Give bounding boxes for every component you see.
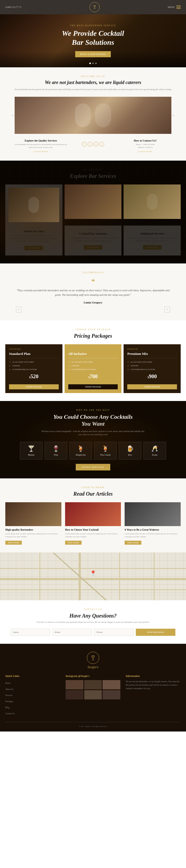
about-section: WELCOME TO US We are not just bartenders… bbox=[0, 67, 186, 161]
services-label: WE ARE BEST bbox=[5, 168, 181, 171]
site-header: 0-800-123-77 71 MENU bbox=[0, 0, 186, 14]
pricing-title: Pricing Packages bbox=[5, 333, 181, 339]
plan1-name: Standard Plan bbox=[9, 352, 59, 358]
instagram-photo-2[interactable] bbox=[84, 680, 102, 689]
instagram-photo-5[interactable] bbox=[84, 690, 102, 700]
about-next-button[interactable]: › bbox=[171, 113, 176, 118]
hero-cta-button[interactable]: BOOK A BARTENDER bbox=[75, 51, 110, 57]
check-icon: ✓ bbox=[127, 365, 129, 367]
footer-instagram-col: Instagram @Sergio's bbox=[65, 675, 121, 717]
footer-link-packages[interactable]: Packages bbox=[5, 700, 13, 703]
dot-1[interactable] bbox=[89, 63, 91, 64]
plan1-button[interactable]: ORDER PACKAGE bbox=[9, 384, 59, 389]
faq-title: Have Any Questions? bbox=[10, 613, 176, 619]
article3-button[interactable]: READ MORE bbox=[125, 541, 141, 545]
footer-logo: Sergio's bbox=[5, 652, 181, 669]
facebook-icon[interactable]: f bbox=[82, 142, 87, 147]
feature2-desc: Phone: +1-800-555-0100Address: 123 Bar S… bbox=[118, 143, 173, 149]
quote-icon: ❝ bbox=[16, 278, 170, 285]
article1-button[interactable]: READ MORE bbox=[5, 541, 22, 545]
faq-email-input[interactable] bbox=[52, 629, 92, 636]
dot-2[interactable] bbox=[92, 63, 94, 64]
service2-label: SERVICE TWO bbox=[68, 229, 118, 231]
footer-link-blog[interactable]: Blog bbox=[5, 706, 9, 709]
footer-link-contact[interactable]: Contact Us bbox=[5, 712, 15, 715]
testimonial-section: TESTIMONIALS ❝ "They certainly provided … bbox=[0, 264, 186, 320]
dot-3[interactable] bbox=[95, 63, 97, 64]
plan2-tier: MOST POPULAR bbox=[68, 348, 118, 350]
instagram-icon[interactable]: i bbox=[99, 142, 104, 147]
pricing-plan-3: PREMIUM Premium Mix ✓ AL ALCOHOL INCLUDE… bbox=[124, 344, 181, 393]
service1-button[interactable]: LEARN MORE bbox=[24, 246, 43, 250]
map-background: 📍 bbox=[0, 553, 186, 600]
instagram-grid bbox=[65, 680, 121, 700]
footer-logo-icon bbox=[87, 652, 99, 664]
instagram-photo-3[interactable] bbox=[103, 680, 121, 689]
header-menu[interactable]: MENU bbox=[168, 6, 181, 9]
google-icon[interactable]: g bbox=[94, 142, 98, 147]
plan3-feature-3: ✓ CUSTOMIZABLE & CUSTOM bbox=[127, 368, 177, 371]
feature2-title: How to Contact Us? bbox=[118, 139, 173, 142]
feature-text: 8 HOURS bbox=[130, 365, 138, 367]
plan2-price: $700 bbox=[68, 373, 118, 379]
hero-sublabel: THE BEST BARTENDER SERVICE bbox=[62, 24, 124, 27]
feature2-link[interactable]: LEARN MORE bbox=[118, 151, 173, 153]
map-section: 📍 bbox=[0, 553, 186, 600]
plan2-feature-2: ✓ 5 HOURS bbox=[68, 365, 118, 367]
about-prev-button[interactable]: ‹ bbox=[10, 113, 15, 118]
cocktails-items-grid: 🍸 Martini 🍷 Wine 🍹 Margheritta 🍹 Pina Co… bbox=[5, 442, 181, 460]
faq-submit-button[interactable]: SEND MESSAGE bbox=[136, 629, 176, 636]
check-icon: ✓ bbox=[9, 368, 11, 371]
faq-section: CONTACT US Have Any Questions? Feel free… bbox=[0, 600, 186, 644]
feature-text: CUSTOMIZABLE & CUSTOM bbox=[72, 368, 96, 371]
list-item: Contact Us bbox=[5, 711, 60, 715]
service-card-featured: SERVICE ONE Mobile Bar Hire Our team has… bbox=[5, 184, 62, 255]
twitter-icon[interactable]: t bbox=[88, 142, 92, 147]
service2-button[interactable]: LEARN MORE bbox=[84, 245, 102, 250]
plan2-button[interactable]: ORDER PACKAGE bbox=[68, 384, 118, 389]
plan2-feature-1: ✓ AL ALCOHOL INCLUDED bbox=[68, 361, 118, 363]
header-logo bbox=[89, 2, 100, 12]
article2-title: How to Choose Your Cocktail bbox=[65, 528, 121, 531]
testimonial-text: "They certainly provided the bartenders … bbox=[16, 288, 170, 297]
pricing-grid: STANDARD Standard Plan ✓ AL ALCOHOL INCL… bbox=[5, 344, 181, 393]
instagram-photo-6[interactable] bbox=[103, 690, 121, 700]
feature-text: CUSTOMIZABLE & CUSTOM bbox=[130, 368, 155, 371]
map-pin-icon: 📍 bbox=[90, 570, 97, 577]
svg-point-13 bbox=[92, 656, 94, 658]
testimonial-author: Linda Gregory bbox=[16, 301, 170, 304]
services-title: Explore Bar Services bbox=[5, 173, 181, 179]
hamburger-icon bbox=[177, 6, 181, 9]
pina-colada-label: Pina Colada bbox=[97, 454, 114, 456]
hero-title: We Provide Cocktail Bar Solutions bbox=[62, 29, 124, 46]
footer-link-services[interactable]: Services bbox=[5, 694, 12, 696]
plan3-price: $900 bbox=[127, 373, 177, 379]
instagram-photo-4[interactable] bbox=[65, 690, 83, 700]
plan1-feature-3: ✓ CUSTOMIZABLE & CUSTOM bbox=[9, 368, 59, 371]
feature1-link[interactable]: LEARN MORE bbox=[13, 151, 68, 153]
instagram-photo-1[interactable] bbox=[65, 680, 83, 689]
list-item: Home bbox=[5, 680, 60, 685]
faq-phone-input[interactable] bbox=[94, 629, 134, 636]
article3-desc: Lorem ipsum dolor sit amet, consectetur … bbox=[125, 532, 181, 538]
testimonial-next[interactable]: › bbox=[164, 307, 170, 312]
faq-name-input[interactable] bbox=[10, 629, 50, 636]
cocktails-order-button[interactable]: ORDER SERVICES bbox=[76, 464, 110, 470]
service2-title: Cocktail Bar Solutions bbox=[68, 232, 118, 235]
testimonial-prev[interactable]: ‹ bbox=[16, 307, 22, 312]
plan3-button[interactable]: ORDER PACKAGE bbox=[127, 384, 177, 389]
list-item: Services bbox=[5, 692, 60, 697]
article1-image bbox=[5, 502, 61, 526]
margheritta-label: Margheritta bbox=[72, 454, 89, 456]
about-image bbox=[15, 97, 171, 134]
service3-button[interactable]: LEARN MORE bbox=[143, 245, 162, 250]
article2-button[interactable]: READ MORE bbox=[65, 541, 82, 545]
service-card-2: SERVICE TWO Cocktail Bar Solutions Our c… bbox=[64, 225, 122, 255]
feature-text: AL ALCOHOL INCLUDED bbox=[12, 361, 34, 363]
pricing-plan-1: STANDARD Standard Plan ✓ AL ALCOHOL INCL… bbox=[5, 344, 62, 393]
footer-bottom: © 2017 Sergio's. All Rights Reserved. bbox=[5, 722, 181, 727]
footer-link-about[interactable]: About Us bbox=[5, 688, 14, 690]
article2-image bbox=[65, 502, 121, 526]
footer-link-home[interactable]: Home bbox=[5, 682, 10, 684]
article1-desc: Lorem ipsum dolor sit amet, consectetur … bbox=[5, 532, 61, 538]
